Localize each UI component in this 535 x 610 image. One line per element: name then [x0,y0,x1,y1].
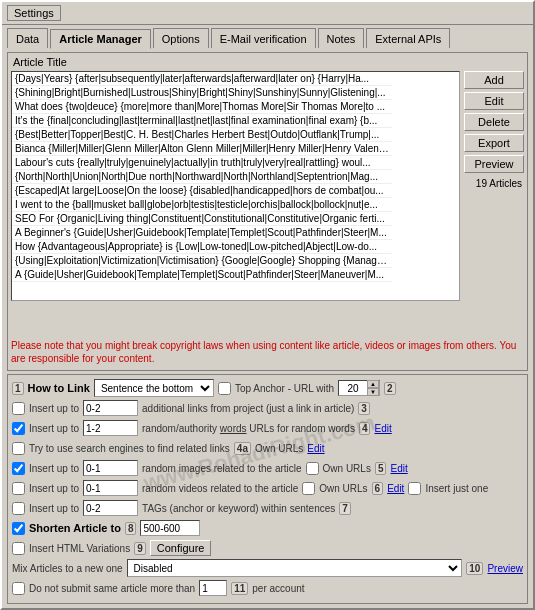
article-item[interactable]: What does {two|deuce} {more|more than|Mo… [12,100,392,114]
preview-button[interactable]: Preview [464,155,524,173]
article-item[interactable]: {Shining|Bright|Burnished|Lustrous|Shiny… [12,86,392,100]
own-urls-label: Own URLs [255,443,303,454]
tab-article-manager[interactable]: Article Manager [50,29,151,49]
article-item[interactable]: {Best|Better|Topper|Best|C. H. Best|Char… [12,128,392,142]
how-to-link-label: How to Link [28,382,90,394]
insert-just-one-checkbox[interactable] [408,482,421,495]
own-urls5-checkbox[interactable] [306,462,319,475]
additional-links-checkbox[interactable] [12,402,25,415]
row7-number: 7 [339,502,351,515]
mix-articles-label: Mix Articles to a new one [12,563,123,574]
tab-external-apis[interactable]: External APIs [366,28,450,48]
random-videos-checkbox[interactable] [12,482,25,495]
row-how-to-link: 1 How to Link Sentence the bottom Top Bo… [12,379,523,397]
article-item[interactable]: I went to the {ball|musket ball|globe|or… [12,198,392,212]
article-item[interactable]: {North|North|Union|North|Due north|North… [12,170,392,184]
insert-just-one-label: Insert just one [425,483,488,494]
row9-number: 9 [134,542,146,555]
shorten-checkbox[interactable] [12,522,25,535]
edit-button[interactable]: Edit [464,92,524,110]
main-content: Article Title {Days|Years} {after|subseq… [2,48,533,608]
row-tags: Insert up to TAGs (anchor or keyword) wi… [12,499,523,517]
own-urls-edit[interactable]: Edit [307,443,324,454]
row8-number: 8 [125,522,137,535]
article-list[interactable]: {Days|Years} {after|subsequently|later|a… [11,71,460,301]
additional-links-text: additional links from project (just a li… [142,403,354,414]
row-additional-links: Insert up to additional links from proje… [12,399,523,417]
own-urls5-label: Own URLs [323,463,371,474]
configure-button[interactable]: Configure [150,540,212,556]
article-item[interactable]: How {Advantageous|Appropriate} is {Low|L… [12,240,392,254]
row-search-engines: Try to use search engines to find relate… [12,439,523,457]
additional-links-range[interactable] [83,400,138,416]
spin-down[interactable]: ▼ [367,388,379,396]
row-do-not-submit: Do not submit same article more than 11 … [12,579,523,597]
how-to-link-select[interactable]: Sentence the bottom Top Bottom Random [94,379,214,397]
random-images-text: random images related to the article [142,463,302,474]
search-engines-label: Try to use search engines to find relate… [29,443,230,454]
random-urls-checkbox[interactable] [12,422,25,435]
top-anchor-label: Top Anchor - URL with [235,383,334,394]
article-item[interactable]: A Beginner's {Guide|Usher|Guidebook|Temp… [12,226,392,240]
window-title: Settings [7,5,61,21]
delete-button[interactable]: Delete [464,113,524,131]
mix-articles-select[interactable]: Disabled Enabled [127,559,463,577]
random-urls-text: random/authority words URLs for random w… [142,423,355,434]
row-mix-articles: Mix Articles to a new one Disabled Enabl… [12,559,523,577]
own-urls6-checkbox[interactable] [302,482,315,495]
search-engines-checkbox[interactable] [12,442,25,455]
tab-data[interactable]: Data [7,28,48,48]
random-urls-edit[interactable]: Edit [374,423,391,434]
row2-number: 3 [358,402,370,415]
article-item[interactable]: {Days|Years} {after|subsequently|later|a… [12,72,392,86]
article-section: Article Title {Days|Years} {after|subseq… [7,52,528,371]
own-urls6-label: Own URLs [319,483,367,494]
article-item[interactable]: Bianca {Miller|Miller|Glenn Miller|Alton… [12,142,392,156]
random-urls-range[interactable] [83,420,138,436]
row1-number2: 2 [384,382,396,395]
do-not-submit-value[interactable] [199,580,227,596]
article-item[interactable]: A {Guide|Usher|Guidebook|Template|Temple… [12,268,392,282]
warning-text: Please note that you might break copyrig… [11,337,524,367]
tab-options[interactable]: Options [153,28,209,48]
row11-number: 11 [231,582,248,595]
tags-checkbox[interactable] [12,502,25,515]
shorten-range[interactable] [140,520,200,536]
top-anchor-checkbox[interactable] [218,382,231,395]
tags-label: Insert up to [29,503,79,514]
shorten-label: Shorten Article to [29,522,121,534]
main-window: Settings Data Article Manager Options E-… [0,0,535,610]
tabs-row: Data Article Manager Options E-Mail veri… [2,25,533,48]
random-videos-range[interactable] [83,480,138,496]
spinner-buttons: ▲ ▼ [367,380,379,396]
tags-range[interactable] [83,500,138,516]
do-not-submit-checkbox[interactable] [12,582,25,595]
article-item[interactable]: Labour's cuts {really|truly|genuinely|ac… [12,156,392,170]
add-button[interactable]: Add [464,71,524,89]
random-images-range[interactable] [83,460,138,476]
url-spinner-input[interactable] [339,383,367,394]
html-variations-checkbox[interactable] [12,542,25,555]
images-edit[interactable]: Edit [390,463,407,474]
tab-notes[interactable]: Notes [318,28,365,48]
section-title: Article Title [11,56,524,68]
article-list-area: {Days|Years} {after|subsequently|later|a… [11,71,524,337]
random-videos-text: random videos related to the article [142,483,298,494]
random-videos-label: Insert up to [29,483,79,494]
spin-up[interactable]: ▲ [367,380,379,388]
row-random-images: Insert up to random images related to th… [12,459,523,477]
random-images-checkbox[interactable] [12,462,25,475]
article-item[interactable]: SEO For {Organic|Living thing|Constituen… [12,212,392,226]
export-button[interactable]: Export [464,134,524,152]
additional-links-label: Insert up to [29,403,79,414]
mix-preview-link[interactable]: Preview [487,563,523,574]
article-item[interactable]: {Using|Exploitation|Victimization|Victim… [12,254,392,268]
tab-email-verification[interactable]: E-Mail verification [211,28,316,48]
videos-edit[interactable]: Edit [387,483,404,494]
article-item[interactable]: It's the {final|concluding|last|terminal… [12,114,392,128]
random-urls-label: Insert up to [29,423,79,434]
article-item[interactable]: {Escaped|At large|Loose|On the loose} {d… [12,184,392,198]
row-html-variations: Insert HTML Variations 9 Configure [12,539,523,557]
row4a-number: 4a [234,442,251,455]
row6-number: 6 [372,482,384,495]
